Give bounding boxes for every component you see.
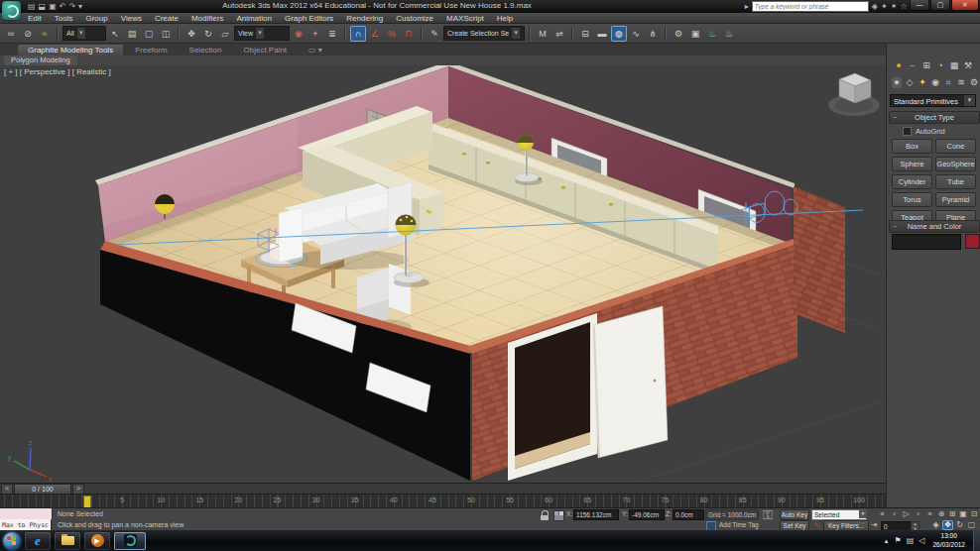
keyboard-shortcut-override-icon[interactable]: ≣ bbox=[324, 26, 340, 42]
sphere-button[interactable]: Sphere bbox=[892, 157, 932, 171]
display-tab-icon[interactable]: ▦ bbox=[948, 59, 960, 72]
favorites-star-icon[interactable]: ☆ bbox=[900, 2, 907, 12]
select-by-name-icon[interactable]: ▤ bbox=[124, 26, 140, 42]
minimize-button[interactable]: — bbox=[910, 0, 929, 11]
ribbon-minimize-icon[interactable]: ▭ ▾ bbox=[299, 45, 332, 55]
action-center-flag-icon[interactable]: ⚑ bbox=[895, 536, 902, 545]
perspective-viewport[interactable]: [ + ] [ Perspective ] [ Realistic ] bbox=[0, 65, 886, 483]
taskbar-3ds-max-running[interactable] bbox=[114, 532, 146, 550]
utilities-tab-icon[interactable]: ⚒ bbox=[962, 59, 974, 72]
y-coordinate-field[interactable]: -49.06cm bbox=[629, 509, 665, 520]
z-coordinate-field[interactable]: 0.0cm bbox=[673, 509, 704, 520]
close-button[interactable]: ✕ bbox=[951, 0, 979, 11]
menu-group[interactable]: Group bbox=[85, 14, 107, 23]
maximize-viewport-toggle-icon[interactable]: ▢ bbox=[966, 520, 977, 530]
show-desktop-button[interactable] bbox=[973, 530, 980, 551]
menu-maxscript[interactable]: MAXScript bbox=[446, 14, 484, 23]
schematic-view-icon[interactable]: ⋔ bbox=[645, 26, 661, 42]
tray-clock[interactable]: 13:00 26/03/2012 bbox=[932, 532, 965, 550]
render-setup-icon[interactable]: ⚙ bbox=[671, 26, 686, 42]
menu-modifiers[interactable]: Modifiers bbox=[191, 14, 223, 23]
named-selection-dropdown[interactable]: Create Selection Se▼ bbox=[443, 26, 525, 41]
ribbon-tab-freeform[interactable]: Freeform bbox=[125, 45, 177, 55]
zoom-extents-icon[interactable]: ▣ bbox=[958, 509, 968, 519]
angle-snap-icon[interactable]: ∠ bbox=[367, 26, 383, 42]
ribbon-tab-selection[interactable]: Selection bbox=[180, 45, 232, 55]
menu-edit[interactable]: Edit bbox=[28, 14, 42, 23]
object-name-input[interactable] bbox=[892, 234, 961, 250]
zoom-icon[interactable]: ⊕ bbox=[936, 509, 946, 519]
autogrid-checkbox[interactable]: AutoGrid bbox=[903, 127, 945, 136]
rendered-frame-window-icon[interactable]: ▣ bbox=[687, 26, 703, 42]
align-icon[interactable]: ⇌ bbox=[551, 26, 567, 42]
pyramid-button[interactable]: Pyramid bbox=[935, 192, 976, 207]
motion-tab-icon[interactable]: ◔ bbox=[934, 59, 946, 72]
selection-lock-icon[interactable] bbox=[541, 510, 549, 520]
orbit-icon[interactable]: ↻ bbox=[954, 520, 965, 530]
mirror-icon[interactable]: M bbox=[535, 26, 551, 42]
ribbon-toggle-icon[interactable]: ▬ bbox=[594, 26, 610, 42]
dropdown-caret-icon[interactable]: ▼ bbox=[859, 509, 867, 518]
menu-help[interactable]: Help bbox=[497, 14, 513, 23]
helpers-category-icon[interactable]: ⌗ bbox=[942, 76, 954, 89]
absolute-offset-toggle-icon[interactable] bbox=[553, 510, 564, 521]
cylinder-button[interactable]: Cylinder bbox=[892, 174, 932, 189]
ribbon-tab-object-paint[interactable]: Object Paint bbox=[234, 45, 298, 55]
object-type-rollout-header[interactable]: − Object Type bbox=[889, 111, 980, 124]
menu-rendering[interactable]: Rendering bbox=[346, 14, 383, 23]
systems-category-icon[interactable]: ⚙ bbox=[968, 76, 980, 89]
shapes-category-icon[interactable]: ◇ bbox=[904, 76, 916, 89]
taskbar-media-player[interactable]: ▶ bbox=[84, 532, 110, 550]
viewport-label[interactable]: [ + ] [ Perspective ] [ Realistic ] bbox=[4, 67, 111, 76]
create-tab-icon[interactable]: ● bbox=[893, 59, 905, 72]
play-animation-icon[interactable]: ▷ bbox=[901, 509, 912, 519]
key-mode-toggle-icon[interactable]: ⇥ bbox=[869, 520, 879, 530]
cameras-category-icon[interactable]: ◉ bbox=[929, 76, 941, 89]
volume-icon[interactable]: ◁ bbox=[919, 536, 924, 545]
zoom-all-icon[interactable]: ⊞ bbox=[947, 509, 957, 519]
name-and-color-rollout-header[interactable]: − Name and Color bbox=[889, 220, 980, 233]
pan-view-icon[interactable]: ✥ bbox=[942, 520, 953, 530]
subscription-icon[interactable]: ✦ bbox=[881, 2, 888, 12]
curve-editor-icon[interactable]: ∿ bbox=[628, 26, 644, 42]
modify-tab-icon[interactable]: ⌢ bbox=[907, 59, 919, 72]
space-warps-category-icon[interactable]: ≋ bbox=[955, 76, 967, 89]
snaps-toggle-icon[interactable]: ∩ bbox=[350, 26, 366, 42]
taskbar-windows-explorer[interactable] bbox=[55, 532, 80, 550]
box-button[interactable]: Box bbox=[892, 139, 932, 154]
x-coordinate-field[interactable]: 1156.132cm bbox=[573, 509, 619, 520]
bind-to-space-warp-icon[interactable]: ≈ bbox=[37, 26, 53, 42]
taskbar-internet-explorer[interactable]: e bbox=[25, 532, 51, 550]
rectangular-selection-region-icon[interactable]: ▢ bbox=[141, 26, 157, 42]
application-menu-button[interactable] bbox=[2, 1, 21, 20]
communication-center-icon[interactable]: ✶ bbox=[891, 2, 898, 12]
previous-frame-icon[interactable]: ‹ bbox=[889, 509, 900, 519]
select-and-link-icon[interactable]: ∞ bbox=[3, 26, 19, 42]
binoculars-icon[interactable]: ◈ bbox=[872, 2, 878, 12]
zoom-region-icon[interactable]: ⊡ bbox=[969, 509, 979, 519]
window-crossing-icon[interactable]: ◫ bbox=[158, 26, 174, 42]
set-key-mode-key-icon[interactable]: ⚿ bbox=[758, 510, 778, 528]
menu-animation[interactable]: Animation bbox=[236, 14, 272, 23]
infocenter-search-input[interactable] bbox=[752, 1, 869, 12]
add-time-tag[interactable]: Add Time Tag bbox=[719, 520, 759, 530]
spinner-snap-icon[interactable]: ⊓ bbox=[401, 26, 417, 42]
hierarchy-tab-icon[interactable]: ⊞ bbox=[920, 59, 932, 72]
tray-expand-icon[interactable]: ▲ bbox=[884, 538, 890, 544]
menu-tools[interactable]: Tools bbox=[55, 14, 73, 23]
default-in-out-tangent-icon[interactable]: ∿ bbox=[811, 520, 821, 530]
primitive-category-dropdown[interactable]: Standard Primitives▼ bbox=[890, 94, 976, 107]
reference-coordinate-dropdown[interactable]: View▼ bbox=[234, 26, 290, 41]
percent-snap-icon[interactable]: % bbox=[384, 26, 400, 42]
select-and-move-icon[interactable]: ✥ bbox=[184, 26, 199, 42]
start-button[interactable] bbox=[3, 532, 21, 550]
ribbon-tab-graphite[interactable]: Graphite Modeling Tools bbox=[18, 45, 123, 55]
object-color-swatch[interactable] bbox=[965, 234, 980, 249]
edit-named-selection-sets-icon[interactable]: ✎ bbox=[427, 26, 442, 42]
geometry-category-icon[interactable]: ● bbox=[891, 76, 903, 89]
layer-manager-icon[interactable]: ⊟ bbox=[577, 26, 593, 42]
menu-create[interactable]: Create bbox=[155, 14, 179, 23]
select-and-scale-icon[interactable]: ▱ bbox=[217, 26, 233, 42]
select-object-icon[interactable]: ↖ bbox=[107, 26, 123, 42]
unlink-selection-icon[interactable]: ⊘ bbox=[20, 26, 36, 42]
